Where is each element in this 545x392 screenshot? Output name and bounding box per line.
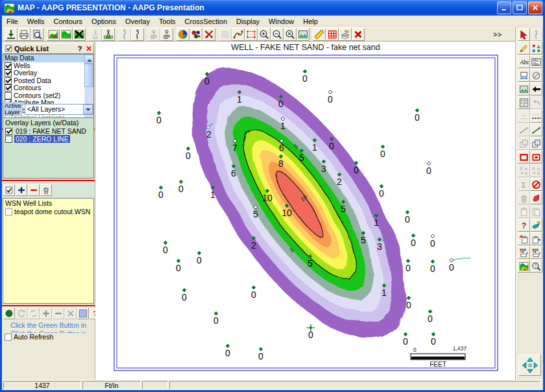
close-button[interactable] — [528, 1, 542, 14]
wsn-button-add-well-list[interactable] — [16, 184, 27, 196]
toolbar-button-import[interactable] — [5, 28, 18, 41]
right-toolbar-paste-left-tool[interactable] — [518, 232, 530, 245]
refresh-button-refresh-cancel[interactable] — [65, 308, 77, 319]
right-toolbar-scale-tool[interactable] — [518, 69, 530, 82]
right-toolbar-rectangle-fill-tool[interactable] — [530, 151, 542, 164]
refresh-button-refresh-rotate[interactable] — [28, 308, 40, 319]
overlay-layer-item[interactable]: 019 : FAKE NET SAND — [3, 127, 93, 135]
right-toolbar-edit-points-tool[interactable] — [518, 110, 530, 123]
active-layer-combobox[interactable]: <All Layers> — [25, 104, 93, 115]
wsn-list-item[interactable]: teapot dome cutout.WSN — [3, 208, 93, 215]
right-toolbar-arrange-tool[interactable] — [530, 137, 542, 150]
menu-display[interactable]: Display — [232, 17, 264, 26]
right-toolbar-align-tool[interactable] — [518, 164, 530, 177]
menu-help[interactable]: Help — [298, 17, 322, 26]
toolbar-button-edit-layers[interactable] — [339, 28, 352, 41]
right-toolbar-copy-tool[interactable] — [530, 205, 542, 218]
right-toolbar-text-tool[interactable]: Abc — [518, 55, 530, 68]
minimize-button[interactable] — [497, 1, 511, 14]
maximize-button[interactable] — [513, 1, 527, 14]
toolbar-button-delete[interactable] — [352, 28, 365, 41]
toolbar-overflow-button[interactable]: >> — [490, 30, 505, 40]
toolbar-button-zoom-window[interactable] — [245, 28, 258, 41]
toolbar-button-measure[interactable] — [313, 28, 326, 41]
menu-file[interactable]: File — [2, 17, 23, 26]
toolbar-button-zoom-cancel[interactable] — [284, 28, 297, 41]
right-toolbar-rectangle-outline-tool[interactable] — [518, 151, 530, 164]
right-toolbar-lock-tool[interactable] — [530, 178, 542, 191]
refresh-button-refresh-remove[interactable] — [53, 308, 64, 319]
wsn-button-remove-well-list[interactable] — [28, 184, 40, 196]
quick-list-close-button[interactable] — [84, 44, 93, 53]
right-toolbar-insert-image-tool[interactable] — [518, 82, 530, 95]
checkbox[interactable] — [5, 136, 12, 143]
right-toolbar-clipboard-tool[interactable] — [518, 205, 530, 218]
toolbar-button-zoom-out[interactable] — [271, 28, 284, 41]
right-toolbar-no-fill-tool[interactable] — [530, 69, 542, 82]
right-toolbar-wellbore-tool[interactable] — [530, 28, 542, 41]
right-toolbar-draw-tool[interactable] — [518, 42, 530, 55]
right-toolbar-line-tool-off[interactable] — [518, 123, 530, 136]
toolbar-button-posted-data[interactable] — [160, 28, 173, 41]
checkbox[interactable] — [5, 62, 12, 69]
chevron-down-icon[interactable] — [83, 104, 93, 114]
right-toolbar-arrange-tool-off[interactable] — [518, 137, 530, 150]
right-toolbar-text-block-tool[interactable]: AbcAbc — [530, 55, 542, 68]
toolbar-button-map-display-2[interactable] — [60, 28, 73, 41]
refresh-button-color-swatch[interactable] — [77, 308, 89, 319]
right-toolbar-select-tool[interactable] — [518, 28, 530, 41]
wsn-button-check-well-list[interactable] — [3, 184, 15, 196]
right-toolbar-legend-tool[interactable] — [518, 96, 530, 109]
toolbar-button-zoom-in[interactable] — [258, 28, 271, 41]
refresh-button-refresh-go[interactable] — [3, 308, 15, 319]
refresh-button-refresh-add[interactable] — [40, 308, 52, 319]
toolbar-button-wellbore-off[interactable] — [118, 28, 131, 41]
refresh-button-refresh-redo[interactable] — [16, 308, 27, 319]
toolbar-button-grid-lines[interactable] — [326, 28, 339, 41]
toolbar-button-posted-data-off[interactable] — [147, 28, 160, 41]
menu-contours[interactable]: Contours — [49, 17, 87, 26]
toolbar-button-delete-wells[interactable] — [202, 28, 215, 41]
right-toolbar-distribute-tool[interactable] — [530, 164, 542, 177]
toolbar-button-wellbore[interactable] — [131, 28, 144, 41]
right-toolbar-undo-tool[interactable] — [530, 96, 542, 109]
menu-window[interactable]: Window — [264, 17, 298, 26]
quick-list-help-button[interactable]: ? — [75, 44, 84, 53]
right-toolbar-help-tool[interactable]: ? — [518, 219, 530, 232]
toolbar-button-bubble-map[interactable] — [189, 28, 202, 41]
toolbar-button-profile[interactable] — [232, 28, 245, 41]
right-toolbar-delete-shape-tool[interactable] — [518, 191, 530, 204]
toolbar-button-map-clear[interactable] — [73, 28, 86, 41]
scroll-thumb[interactable] — [84, 64, 93, 87]
map-canvas[interactable]: WELL - FAKE NET SAND - fake net sand5105… — [95, 42, 516, 380]
toolbar-button-snapshot[interactable] — [297, 28, 309, 41]
menu-options[interactable]: Options — [87, 17, 121, 26]
toolbar-button-grid-off[interactable] — [219, 28, 232, 41]
right-toolbar-back-tool[interactable] — [530, 82, 542, 95]
menu-crosssection[interactable]: CrossSection — [180, 17, 232, 26]
toolbar-button-print[interactable] — [18, 28, 30, 41]
right-toolbar-reorder-tool[interactable] — [530, 42, 542, 55]
right-toolbar-grid-copy-tool-2[interactable] — [530, 246, 542, 259]
right-toolbar-contour-map-tool[interactable] — [518, 260, 530, 273]
pan-button[interactable] — [518, 354, 541, 376]
right-toolbar-polygon-fill-tool[interactable] — [530, 191, 542, 204]
right-toolbar-grid-copy-tool[interactable] — [518, 246, 530, 259]
toolbar-button-print-preview[interactable] — [30, 28, 43, 41]
right-toolbar-identify-tool[interactable]: ? — [530, 260, 542, 273]
wsn-button-delete-well-list[interactable] — [40, 184, 52, 196]
scroll-up-button[interactable] — [84, 55, 93, 64]
toolbar-button-map-display-1[interactable] — [47, 28, 60, 41]
checkbox[interactable] — [5, 69, 12, 77]
toolbar-button-well-symbols[interactable] — [102, 28, 115, 41]
checkbox[interactable] — [5, 77, 12, 84]
auto-refresh-checkbox[interactable] — [5, 334, 12, 341]
right-toolbar-pick-shape-tool[interactable] — [530, 219, 542, 232]
checkbox[interactable] — [5, 208, 12, 215]
right-toolbar-sum-tool[interactable]: Σ — [518, 178, 530, 191]
menu-tools[interactable]: Tools — [154, 17, 180, 26]
quick-list-item[interactable]: Overlay — [3, 69, 84, 77]
checkbox[interactable] — [5, 84, 12, 92]
right-toolbar-line-tool[interactable] — [530, 123, 542, 136]
checkbox[interactable] — [5, 128, 12, 135]
